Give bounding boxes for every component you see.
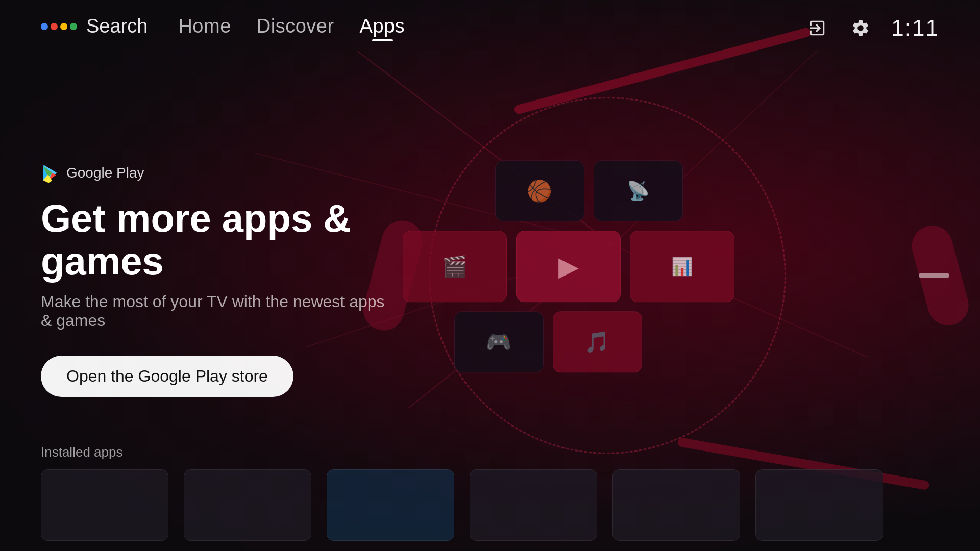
dot-green xyxy=(70,23,77,30)
installed-app-1[interactable] xyxy=(41,469,168,541)
exit-button[interactable] xyxy=(804,15,830,41)
app-tile-film: 🎬 xyxy=(403,231,507,302)
radio-icon: 📡 xyxy=(627,180,650,202)
gamepad-icon: 🎮 xyxy=(486,330,511,354)
google-play-text: Google Play xyxy=(66,165,144,181)
nav-home[interactable]: Home xyxy=(178,15,231,37)
open-play-store-button[interactable]: Open the Google Play store xyxy=(41,356,293,397)
app-tile-audio: 📊 xyxy=(630,231,734,302)
main-subtitle: Make the most of your TV with the newest… xyxy=(41,292,398,330)
scroll-indicator xyxy=(919,273,949,278)
settings-icon xyxy=(851,18,870,38)
nav-apps[interactable]: Apps xyxy=(360,15,405,37)
app-tile-gamepad: 🎮 xyxy=(454,311,544,372)
main-title: Get more apps & games xyxy=(41,197,398,282)
dot-blue xyxy=(41,23,48,30)
installed-apps-label: Installed apps xyxy=(41,444,939,460)
app-tile-music: 🎵 xyxy=(553,311,642,372)
app-tile-play: ▶ xyxy=(516,231,621,302)
installed-app-6[interactable] xyxy=(755,469,883,541)
basketball-icon: 🏀 xyxy=(527,179,552,203)
installed-app-3[interactable] xyxy=(327,469,454,541)
app-tiles-grid: 🏀 📡 🎬 ▶ 📊 🎮 🎵 xyxy=(403,160,734,382)
nav-search-label[interactable]: Search xyxy=(86,15,148,37)
play-icon: ▶ xyxy=(558,251,579,282)
app-tile-radio: 📡 xyxy=(594,160,683,221)
film-icon: 🎬 xyxy=(442,255,468,279)
dot-red xyxy=(51,23,58,30)
audio-wave-icon: 📊 xyxy=(671,256,693,277)
installed-app-5[interactable] xyxy=(612,469,740,541)
music-icon: 🎵 xyxy=(584,330,610,354)
google-play-logo xyxy=(41,163,60,183)
installed-apps-row xyxy=(41,469,939,541)
top-right-controls: 1:11 xyxy=(804,15,939,41)
dot-yellow xyxy=(60,23,67,30)
installed-app-4[interactable] xyxy=(470,469,597,541)
app-tile-basketball: 🏀 xyxy=(495,160,584,221)
nav-discover[interactable]: Discover xyxy=(257,15,334,37)
google-play-badge: Google Play xyxy=(41,163,398,183)
exit-icon xyxy=(807,18,827,38)
settings-button[interactable] xyxy=(848,15,873,41)
installed-apps-section: Installed apps xyxy=(41,444,939,551)
google-icon-wrapper[interactable]: Search xyxy=(41,15,148,37)
google-dots xyxy=(41,23,77,30)
installed-app-2[interactable] xyxy=(184,469,311,541)
time-display: 1:11 xyxy=(891,15,939,41)
main-content-area: Google Play Get more apps & games Make t… xyxy=(41,163,398,397)
